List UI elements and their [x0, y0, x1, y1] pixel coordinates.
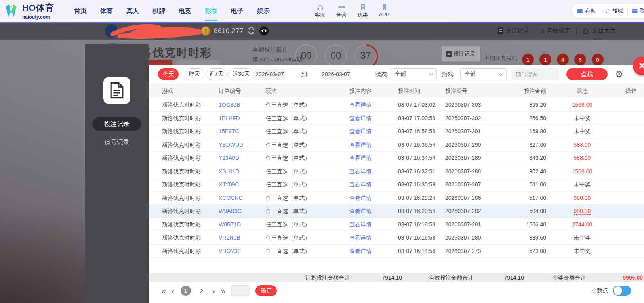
cell-order-link[interactable]: W0B71D — [219, 218, 266, 231]
sidebar-item-bet-records[interactable]: 投注记录 — [92, 117, 141, 131]
page-1-current[interactable]: 1 — [181, 286, 191, 296]
menu-lottery[interactable]: 彩票 — [204, 0, 218, 22]
cell-amount: 899.20 — [509, 98, 546, 111]
gear-icon[interactable]: ⚙ — [615, 65, 623, 83]
filter-30days-button[interactable]: 近30天 — [228, 68, 254, 80]
home-icon — [582, 27, 589, 35]
cell-status: 980.00 — [574, 208, 591, 215]
table-row[interactable]: 斯洛伐克时时彩 Y23A0D 任三直选（单式） 查看详情 03-07 16:34… — [149, 152, 644, 165]
table-row[interactable]: 斯洛伐克时时彩 W0B71D 任三直选（单式） 查看详情 03-07 16:18… — [149, 218, 644, 232]
cell-order-link[interactable]: 15E9TC — [219, 125, 266, 138]
col-period: 投注期号 — [445, 83, 509, 98]
username-redaction-scribble — [109, 23, 208, 39]
brand-logo[interactable]: HO体育 haiouty.com — [3, 2, 54, 20]
table-row[interactable]: 斯洛伐克时时彩 VHOY3E 任三直选（单式） 查看详情 03-07 16:14… — [149, 245, 644, 258]
view-details-link[interactable]: 查看详情 — [349, 155, 372, 161]
date-to-input[interactable] — [321, 69, 351, 80]
table-row[interactable]: 斯洛伐克时时彩 XJY09C 任三直选（单式） 查看详情 03-07 16:30… — [149, 178, 644, 192]
cell-time: 03-07 16:34:54 — [398, 152, 445, 165]
sound-settings-link[interactable]: ♪ 音效设定 — [541, 27, 571, 35]
bet-records-link[interactable]: 投注记录 — [498, 27, 530, 35]
page-jump-input[interactable] — [231, 285, 250, 296]
view-details-link[interactable]: 查看详情 — [349, 168, 372, 175]
withdraw-button[interactable]: 取 — [632, 8, 644, 15]
view-details-link[interactable]: 查看详情 — [349, 115, 372, 121]
cell-order-link[interactable]: YBDWUD — [219, 138, 266, 152]
main-menu: 首页 体育 真人 棋牌 电竞 彩票 电子 娱乐 — [73, 0, 271, 22]
table-row[interactable]: 斯洛伐克时时彩 1OCBJB 任三直选（单式） 查看详情 03-07 17:03… — [149, 98, 644, 112]
first-page-button[interactable]: « — [161, 287, 166, 295]
cell-order-link[interactable]: VHOY3E — [219, 245, 266, 258]
view-details-link[interactable]: 查看详情 — [349, 195, 372, 201]
table-row[interactable]: 斯洛伐克时时彩 W9AB3C 任三直选（单式） 查看详情 03-07 16:20… — [149, 205, 644, 218]
last-page-button[interactable]: » — [221, 287, 226, 295]
customer-service-link[interactable]: 客服 — [313, 3, 327, 19]
view-details-link[interactable]: 查看详情 — [349, 181, 372, 188]
view-details-link[interactable]: 查看详情 — [349, 102, 372, 108]
view-details-link[interactable]: 查看详情 — [349, 128, 372, 134]
cell-order-link[interactable]: W9AB3C — [219, 205, 266, 218]
filter-yesterday-button[interactable]: 昨天 — [185, 68, 204, 80]
menu-cards[interactable]: 棋牌 — [152, 0, 166, 22]
cell-action — [618, 205, 644, 218]
table-row[interactable]: 斯洛伐克时时彩 15E9TC 任三直选（单式） 查看详情 03-07 16:58… — [149, 125, 644, 138]
table-row[interactable]: 斯洛伐克时时彩 XSL01D 任三直选（单式） 查看详情 03-07 16:32… — [149, 165, 644, 178]
view-details-link[interactable]: 查看详情 — [349, 142, 372, 148]
headset-icon — [316, 3, 324, 11]
cell-order-link[interactable]: XCOCNC — [219, 192, 266, 205]
menu-esports[interactable]: 电竞 — [178, 0, 192, 22]
avatar[interactable] — [105, 24, 118, 38]
cell-order-link[interactable]: 1ELHFD — [219, 112, 266, 125]
decimal-toggle[interactable] — [613, 286, 631, 296]
period-search-input[interactable] — [512, 68, 559, 80]
table-row[interactable]: 斯洛伐克时时彩 VR2N0B 任三直选（单式） 查看详情 03-07 16:16… — [149, 231, 644, 245]
cell-play: 任三直选（单式） — [266, 218, 349, 231]
table-row[interactable]: 斯洛伐克时时彩 XCOCNC 任三直选（单式） 查看详情 03-07 16:29… — [149, 192, 644, 205]
menu-casino[interactable]: 娱乐 — [256, 0, 271, 22]
cell-play: 任三直选（单式） — [266, 205, 349, 218]
game-select[interactable]: 全部 — [460, 68, 507, 80]
cell-time: 03-07 16:14:56 — [398, 245, 445, 258]
view-details-link[interactable]: 查看详情 — [349, 221, 372, 228]
prev-page-button[interactable]: ‹ — [172, 287, 175, 295]
wallet-pill: 存款 转账 取 — [572, 4, 644, 18]
cell-action — [618, 245, 644, 258]
menu-sports[interactable]: 体育 — [99, 0, 114, 22]
countdown-minutes: 00 — [325, 44, 347, 67]
view-details-link[interactable]: 查看详情 — [349, 248, 372, 254]
app-download-link[interactable]: APP — [377, 3, 391, 19]
cell-order-link[interactable]: XSL01D — [219, 165, 266, 178]
bet-record-button-dimmed: 投注记录 — [442, 46, 480, 61]
cell-order-link[interactable]: Y23A0D — [219, 152, 266, 165]
search-button[interactable]: 查找 — [566, 68, 608, 80]
cell-period: 20260307-289 — [445, 152, 509, 165]
date-from-input[interactable] — [255, 69, 285, 80]
transfer-button[interactable]: 转账 — [604, 8, 623, 15]
view-details-link[interactable]: 查看详情 — [349, 234, 372, 241]
menu-live[interactable]: 真人 — [126, 0, 140, 22]
cell-order-link[interactable]: XJY09C — [219, 178, 266, 191]
cell-order-link[interactable]: VR2N0B — [219, 231, 266, 244]
sidebar-item-chase-records[interactable]: 追号记录 — [85, 136, 149, 148]
view-details-link[interactable]: 查看详情 — [349, 208, 372, 214]
confirm-page-button[interactable]: 确定 — [255, 285, 277, 296]
deposit-button[interactable]: 存款 — [577, 8, 596, 15]
menu-home[interactable]: 首页 — [73, 0, 88, 22]
promotions-link[interactable]: ¥ 优惠 — [356, 3, 370, 19]
status-select[interactable]: 全部 — [391, 68, 437, 80]
refresh-balance-button[interactable] — [247, 27, 255, 35]
table-row[interactable]: 斯洛伐克时时彩 1ELHFD 任三直选（单式） 查看详情 03-07 17:00… — [149, 112, 644, 125]
table-row[interactable]: 斯洛伐克时时彩 YBDWUD 任三直选（单式） 查看详情 03-07 16:36… — [149, 138, 644, 152]
menu-slots[interactable]: 电子 — [230, 0, 244, 22]
cell-order-link[interactable]: 1OCBJB — [219, 98, 266, 111]
cell-period: 20260307-303 — [445, 98, 509, 111]
hide-balance-button[interactable] — [259, 26, 269, 36]
next-page-button[interactable]: › — [212, 287, 215, 295]
cell-game: 斯洛伐克时时彩 — [162, 205, 219, 218]
partnership-link[interactable]: 合营 — [335, 3, 348, 19]
filter-7days-button[interactable]: 近7天 — [206, 68, 227, 80]
page-2[interactable]: 2 — [197, 288, 206, 294]
cell-play: 任三直选（单式） — [266, 245, 349, 258]
back-to-lobby-link[interactable]: 返回大厅 — [582, 27, 615, 35]
filter-today-button[interactable]: 今天 — [158, 68, 179, 80]
